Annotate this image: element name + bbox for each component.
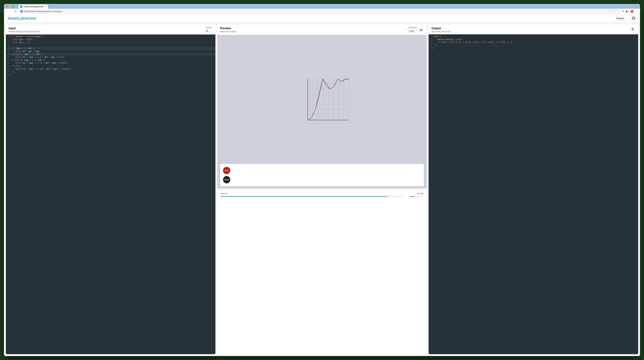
easing-graph <box>294 76 350 123</box>
extensions-icon[interactable]: ✦ <box>622 10 624 13</box>
svg-rect-23 <box>632 28 634 30</box>
input-panel: Input Provide easing as JavaScript or SV… <box>6 24 216 354</box>
duration-control: DURATION <box>406 27 417 33</box>
simplify-label: SIMPLIFY <box>220 193 403 194</box>
output-panel-title: Output <box>432 27 450 30</box>
tab-title: Linear easing generator <box>24 5 44 8</box>
input-panel-header: Input Provide easing as JavaScript or SV… <box>6 24 216 34</box>
browser-tab[interactable]: ∿ Linear easing generator × <box>18 4 48 9</box>
copy-icon <box>631 28 634 31</box>
slider-thumb[interactable] <box>414 195 417 198</box>
play-pause-button[interactable] <box>418 27 424 33</box>
simplify-control: SIMPLIFY <box>220 193 403 197</box>
presets-dropdown[interactable]: Presets <box>614 16 629 21</box>
back-button[interactable]: ← <box>6 10 8 13</box>
preview-panel-header: Preview Here's how it looks: DURATION <box>217 24 427 35</box>
round-label: ROUND <box>409 193 424 194</box>
app-title: linear() generator <box>8 16 36 20</box>
round-control: ROUND <box>409 193 424 197</box>
format-control: FORMAT JS <box>204 27 212 33</box>
duration-label: DURATION <box>406 27 417 28</box>
copy-button[interactable] <box>630 27 635 32</box>
slider-thumb[interactable] <box>387 195 390 198</box>
svg-rect-22 <box>632 29 633 30</box>
animation-card: Input Output <box>220 164 424 186</box>
tab-favicon: ∿ <box>20 5 22 8</box>
format-value: JS <box>206 30 208 32</box>
maximize-window-button[interactable] <box>12 5 14 7</box>
round-slider[interactable] <box>409 196 424 197</box>
duration-input[interactable] <box>406 29 417 33</box>
simplify-slider[interactable] <box>220 196 403 197</box>
new-tab-button[interactable]: + <box>48 4 52 9</box>
controls-row: SIMPLIFY ROUND <box>217 190 427 200</box>
input-panel-title: Input <box>9 27 40 30</box>
close-window-button[interactable] <box>6 5 8 7</box>
chevron-down-icon <box>625 17 626 20</box>
output-panel: Output Some shiny new CSS! 1:root {2 --b… <box>428 24 638 354</box>
tabs-overflow-icon[interactable]: ⌄ <box>636 5 638 8</box>
input-ball: Input <box>223 167 230 174</box>
preview-panel-subtitle: Here's how it looks: <box>220 30 237 33</box>
tab-close-icon[interactable]: × <box>45 5 46 8</box>
browser-window: ∿ Linear easing generator × + ⌄ ← → ⟳ ∿ … <box>4 4 640 356</box>
browser-tabs: ∿ Linear easing generator × + <box>18 4 52 9</box>
output-ball: Output <box>223 176 230 183</box>
preview-panel: Preview Here's how it looks: DURATION <box>217 24 427 188</box>
github-link[interactable] <box>631 16 636 21</box>
preview-body: Input Output <box>217 35 427 188</box>
github-icon <box>632 17 635 20</box>
preview-panel-title: Preview <box>220 27 237 30</box>
input-code-editor[interactable]: 1self.bounce = function(pos) {2 const n1… <box>6 34 216 354</box>
svg-rect-1 <box>422 29 422 31</box>
format-label: FORMAT <box>204 27 212 28</box>
presets-label: Presets <box>616 17 624 20</box>
output-code-view[interactable]: 1:root {2 --bounce-easing: linear(3 0, 0… <box>428 34 638 354</box>
output-panel-subtitle: Some shiny new CSS! <box>432 30 450 33</box>
preview-column: Preview Here's how it looks: DURATION <box>217 24 427 354</box>
site-favicon: ∿ <box>20 10 23 12</box>
format-select[interactable]: JS <box>204 29 212 33</box>
browser-menu-icon[interactable]: ⋮ <box>636 10 638 13</box>
titlebar: ∿ Linear easing generator × + ⌄ <box>4 4 640 9</box>
reload-button[interactable]: ⟳ <box>15 10 17 13</box>
pause-icon <box>420 29 422 31</box>
app-header: linear() generator Presets <box>4 14 640 23</box>
controls-panel: SIMPLIFY ROUND <box>217 190 427 354</box>
url-toolbar: ← → ⟳ ∿ https://linear-easing-generator.… <box>4 9 640 14</box>
chevron-down-icon <box>209 30 211 32</box>
traffic-lights <box>6 5 14 7</box>
minimize-window-button[interactable] <box>9 5 11 7</box>
panel-icon[interactable]: ◧ <box>626 10 628 13</box>
graph-area <box>217 35 427 164</box>
address-bar[interactable]: ∿ https://linear-easing-generator.netlif… <box>19 9 620 13</box>
main-content: Input Provide easing as JavaScript or SV… <box>4 23 640 356</box>
url-text: https://linear-easing-generator.netlify.… <box>24 10 62 12</box>
profile-avatar[interactable] <box>630 10 634 13</box>
input-panel-subtitle: Provide easing as JavaScript or SVG <box>9 30 40 33</box>
forward-button[interactable]: → <box>10 10 13 13</box>
svg-rect-0 <box>420 29 421 31</box>
output-panel-header: Output Some shiny new CSS! <box>428 24 638 34</box>
